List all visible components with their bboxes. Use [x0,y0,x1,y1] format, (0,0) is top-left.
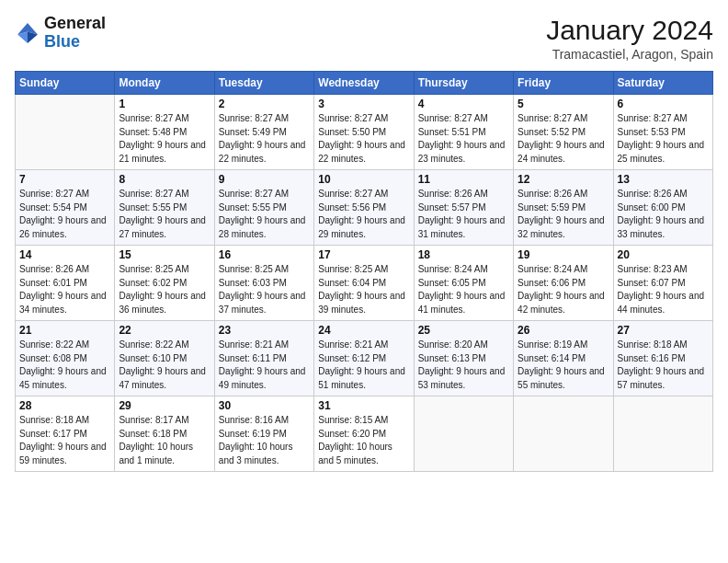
location: Tramacastiel, Aragon, Spain [546,47,713,62]
calendar-week-row: 1Sunrise: 8:27 AMSunset: 5:48 PMDaylight… [16,95,713,170]
day-info: Sunrise: 8:27 AMSunset: 5:55 PMDaylight:… [119,188,210,241]
day-number: 2 [219,98,310,110]
day-info: Sunrise: 8:25 AMSunset: 6:02 PMDaylight:… [119,263,210,316]
day-info: Sunrise: 8:23 AMSunset: 6:07 PMDaylight:… [618,263,709,316]
calendar-cell: 10Sunrise: 8:27 AMSunset: 5:56 PMDayligh… [314,170,414,246]
calendar-cell [514,396,613,472]
weekday-header-saturday: Saturday [613,72,712,95]
day-number: 8 [119,173,210,186]
day-info: Sunrise: 8:26 AMSunset: 5:59 PMDaylight:… [518,188,609,241]
weekday-header-tuesday: Tuesday [214,72,313,95]
weekday-header-thursday: Thursday [414,72,513,95]
day-info: Sunrise: 8:27 AMSunset: 5:52 PMDaylight:… [518,112,609,166]
day-number: 9 [219,173,310,186]
calendar-cell: 20Sunrise: 8:23 AMSunset: 6:07 PMDayligh… [613,246,712,321]
day-info: Sunrise: 8:15 AMSunset: 6:20 PMDaylight:… [318,414,409,467]
calendar-cell: 26Sunrise: 8:19 AMSunset: 6:14 PMDayligh… [514,321,613,396]
day-number: 23 [219,324,310,337]
calendar-cell: 15Sunrise: 8:25 AMSunset: 6:02 PMDayligh… [115,246,214,321]
day-info: Sunrise: 8:19 AMSunset: 6:14 PMDaylight:… [518,339,609,392]
day-number: 20 [618,248,709,261]
day-info: Sunrise: 8:24 AMSunset: 6:05 PMDaylight:… [418,263,509,316]
calendar-cell: 2Sunrise: 8:27 AMSunset: 5:49 PMDaylight… [214,95,313,170]
calendar-cell: 30Sunrise: 8:16 AMSunset: 6:19 PMDayligh… [214,396,313,472]
header-area: General Blue January 2024 Tramacastiel, … [15,15,713,62]
title-area: January 2024 Tramacastiel, Aragon, Spain [546,15,713,62]
day-info: Sunrise: 8:18 AMSunset: 6:16 PMDaylight:… [618,339,709,392]
day-number: 31 [318,399,409,412]
logo-text: General Blue [44,15,106,52]
day-info: Sunrise: 8:21 AMSunset: 6:11 PMDaylight:… [219,339,310,392]
day-number: 12 [518,173,609,186]
day-info: Sunrise: 8:18 AMSunset: 6:17 PMDaylight:… [19,414,110,467]
calendar-cell: 11Sunrise: 8:26 AMSunset: 5:57 PMDayligh… [414,170,513,246]
day-info: Sunrise: 8:16 AMSunset: 6:19 PMDaylight:… [219,414,310,467]
calendar-cell: 4Sunrise: 8:27 AMSunset: 5:51 PMDaylight… [414,95,513,170]
day-number: 26 [518,324,609,337]
day-info: Sunrise: 8:20 AMSunset: 6:13 PMDaylight:… [418,339,509,392]
calendar-cell: 3Sunrise: 8:27 AMSunset: 5:50 PMDaylight… [314,95,414,170]
day-number: 30 [219,399,310,412]
month-title: January 2024 [546,15,713,45]
day-number: 13 [618,173,709,186]
weekday-header-monday: Monday [115,72,214,95]
day-info: Sunrise: 8:25 AMSunset: 6:03 PMDaylight:… [219,263,310,316]
calendar-cell: 25Sunrise: 8:20 AMSunset: 6:13 PMDayligh… [414,321,513,396]
calendar-week-row: 28Sunrise: 8:18 AMSunset: 6:17 PMDayligh… [16,396,713,472]
day-info: Sunrise: 8:27 AMSunset: 5:48 PMDaylight:… [119,112,210,166]
day-info: Sunrise: 8:26 AMSunset: 6:01 PMDaylight:… [19,263,110,316]
calendar-cell [16,95,115,170]
day-info: Sunrise: 8:24 AMSunset: 6:06 PMDaylight:… [518,263,609,316]
day-info: Sunrise: 8:27 AMSunset: 5:53 PMDaylight:… [618,112,709,166]
day-number: 22 [119,324,210,337]
calendar-cell: 16Sunrise: 8:25 AMSunset: 6:03 PMDayligh… [214,246,313,321]
calendar-table: SundayMondayTuesdayWednesdayThursdayFrid… [15,71,713,472]
day-info: Sunrise: 8:27 AMSunset: 5:56 PMDaylight:… [318,188,409,241]
calendar-cell: 29Sunrise: 8:17 AMSunset: 6:18 PMDayligh… [115,396,214,472]
day-info: Sunrise: 8:25 AMSunset: 6:04 PMDaylight:… [318,263,409,316]
day-number: 24 [318,324,409,337]
day-info: Sunrise: 8:27 AMSunset: 5:55 PMDaylight:… [219,188,310,241]
calendar-cell: 8Sunrise: 8:27 AMSunset: 5:55 PMDaylight… [115,170,214,246]
day-info: Sunrise: 8:26 AMSunset: 5:57 PMDaylight:… [418,188,509,241]
calendar-cell: 13Sunrise: 8:26 AMSunset: 6:00 PMDayligh… [613,170,712,246]
day-info: Sunrise: 8:21 AMSunset: 6:12 PMDaylight:… [318,339,409,392]
day-number: 18 [418,248,509,261]
day-number: 6 [618,98,709,110]
day-number: 16 [219,248,310,261]
weekday-header-wednesday: Wednesday [314,72,414,95]
calendar-cell: 9Sunrise: 8:27 AMSunset: 5:55 PMDaylight… [214,170,313,246]
calendar-cell: 1Sunrise: 8:27 AMSunset: 5:48 PMDaylight… [115,95,214,170]
day-number: 17 [318,248,409,261]
calendar-cell: 28Sunrise: 8:18 AMSunset: 6:17 PMDayligh… [16,396,115,472]
weekday-header-friday: Friday [514,72,613,95]
logo: General Blue [15,15,106,52]
day-number: 11 [418,173,509,186]
calendar-week-row: 7Sunrise: 8:27 AMSunset: 5:54 PMDaylight… [16,170,713,246]
day-info: Sunrise: 8:26 AMSunset: 6:00 PMDaylight:… [618,188,709,241]
day-info: Sunrise: 8:22 AMSunset: 6:08 PMDaylight:… [19,339,110,392]
day-number: 10 [318,173,409,186]
day-number: 14 [19,248,110,261]
day-number: 7 [19,173,110,186]
calendar-cell: 12Sunrise: 8:26 AMSunset: 5:59 PMDayligh… [514,170,613,246]
calendar-cell: 6Sunrise: 8:27 AMSunset: 5:53 PMDaylight… [613,95,712,170]
day-number: 29 [119,399,210,412]
calendar-cell [414,396,513,472]
day-number: 27 [618,324,709,337]
day-number: 15 [119,248,210,261]
calendar-cell: 24Sunrise: 8:21 AMSunset: 6:12 PMDayligh… [314,321,414,396]
day-number: 5 [518,98,609,110]
day-number: 19 [518,248,609,261]
calendar-week-row: 14Sunrise: 8:26 AMSunset: 6:01 PMDayligh… [16,246,713,321]
calendar-cell: 19Sunrise: 8:24 AMSunset: 6:06 PMDayligh… [514,246,613,321]
calendar-cell: 17Sunrise: 8:25 AMSunset: 6:04 PMDayligh… [314,246,414,321]
calendar-cell: 22Sunrise: 8:22 AMSunset: 6:10 PMDayligh… [115,321,214,396]
calendar-cell: 18Sunrise: 8:24 AMSunset: 6:05 PMDayligh… [414,246,513,321]
day-info: Sunrise: 8:17 AMSunset: 6:18 PMDaylight:… [119,414,210,467]
calendar-cell: 5Sunrise: 8:27 AMSunset: 5:52 PMDaylight… [514,95,613,170]
day-number: 28 [19,399,110,412]
calendar-cell [613,396,712,472]
weekday-header-row: SundayMondayTuesdayWednesdayThursdayFrid… [16,72,713,95]
calendar-week-row: 21Sunrise: 8:22 AMSunset: 6:08 PMDayligh… [16,321,713,396]
